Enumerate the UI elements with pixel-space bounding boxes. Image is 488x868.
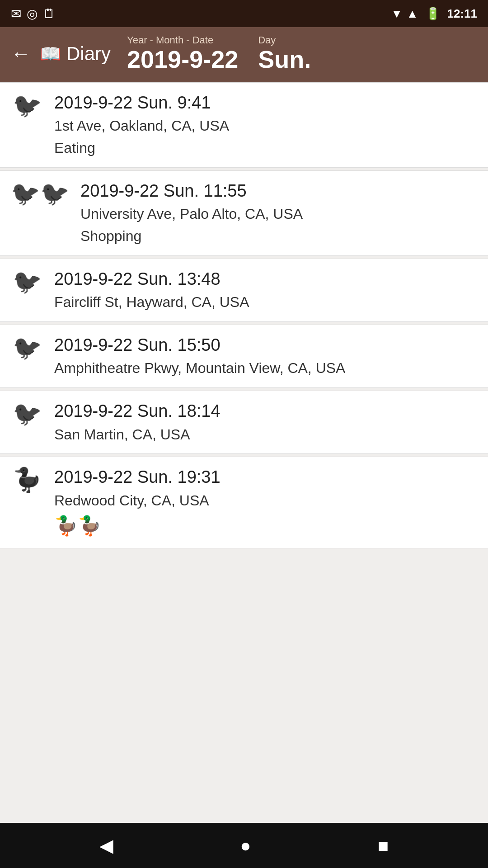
date-format-label: Year - Month - Date — [127, 34, 213, 46]
header-date-group: Year - Month - Date 2019-9-22 — [127, 34, 238, 73]
clipboard-icon: 🗒 — [43, 6, 56, 21]
app-header: ← 📖 Diary Year - Month - Date 2019-9-22 … — [0, 27, 488, 82]
back-button[interactable]: ← — [11, 42, 31, 65]
list-item[interactable]: 🐦2019-9-22 Sun. 15:50Amphitheatre Pkwy, … — [0, 325, 488, 388]
entry-content: 2019-9-22 Sun. 9:411st Ave, Oakland, CA,… — [54, 92, 229, 158]
entry-bird-icon: 🦆 — [11, 468, 43, 491]
entry-content: 2019-9-22 Sun. 19:31Redwood City, CA, US… — [54, 466, 221, 539]
header-title-group: 📖 Diary — [40, 43, 111, 65]
entry-datetime: 2019-9-22 Sun. 15:50 — [54, 334, 345, 356]
entry-content: 2019-9-22 Sun. 11:55University Ave, Palo… — [80, 180, 303, 246]
nav-bar: ◀ ● ■ — [0, 823, 488, 868]
entry-datetime: 2019-9-22 Sun. 19:31 — [54, 466, 221, 488]
entry-content: 2019-9-22 Sun. 13:48Faircliff St, Haywar… — [54, 268, 249, 312]
list-item[interactable]: 🐦2019-9-22 Sun. 18:14San Martin, CA, USA — [0, 391, 488, 454]
entry-location: University Ave, Palo Alto, CA, USA — [80, 204, 303, 224]
entry-datetime: 2019-9-22 Sun. 18:14 — [54, 400, 221, 422]
wifi-icon: ▾ — [394, 7, 399, 21]
status-icons: ✉ ◎ 🗒 — [11, 6, 56, 21]
time-display: 12:11 — [447, 7, 478, 21]
list-item[interactable]: 🐦🐦2019-9-22 Sun. 11:55University Ave, Pa… — [0, 170, 488, 256]
entry-datetime: 2019-9-22 Sun. 9:41 — [54, 92, 229, 114]
entry-activity: Eating — [54, 138, 229, 158]
entry-location: Redwood City, CA, USA — [54, 491, 221, 511]
entry-bird-icon: 🐦 — [11, 336, 43, 359]
mail-icon: ✉ — [11, 6, 21, 21]
entry-bird-icon: 🐦🐦 — [11, 182, 70, 205]
list-item[interactable]: 🐦2019-9-22 Sun. 13:48Faircliff St, Haywa… — [0, 259, 488, 322]
diary-icon: 📖 — [40, 44, 61, 64]
entry-content: 2019-9-22 Sun. 15:50Amphitheatre Pkwy, M… — [54, 334, 345, 378]
nav-recent-button[interactable]: ■ — [378, 835, 389, 856]
entry-location: Amphitheatre Pkwy, Mountain View, CA, US… — [54, 358, 345, 378]
entry-bird-icon: 🐦 — [11, 94, 43, 117]
entry-datetime: 2019-9-22 Sun. 13:48 — [54, 268, 249, 290]
nav-home-button[interactable]: ● — [240, 835, 251, 856]
entry-location: Faircliff St, Hayward, CA, USA — [54, 292, 249, 312]
entry-location: 1st Ave, Oakland, CA, USA — [54, 116, 229, 136]
entry-datetime: 2019-9-22 Sun. 11:55 — [80, 180, 303, 202]
entry-bird-icon: 🐦 — [11, 270, 43, 293]
signal-icon: ▲ — [407, 7, 418, 21]
entry-emoji: 🦆🦆 — [54, 513, 221, 539]
circle-icon: ◎ — [27, 6, 38, 21]
header-day-group: Day Sun. — [258, 34, 311, 73]
entry-content: 2019-9-22 Sun. 18:14San Martin, CA, USA — [54, 400, 221, 444]
day-label: Day — [258, 34, 276, 46]
status-right: ▾ ▲ 🔋 12:11 — [394, 7, 477, 21]
nav-back-button[interactable]: ◀ — [99, 835, 113, 856]
diary-label: Diary — [66, 43, 111, 65]
entry-bird-icon: 🐦 — [11, 402, 43, 425]
entry-location: San Martin, CA, USA — [54, 425, 221, 445]
list-item[interactable]: 🦆2019-9-22 Sun. 19:31Redwood City, CA, U… — [0, 457, 488, 548]
entries-list: 🐦2019-9-22 Sun. 9:411st Ave, Oakland, CA… — [0, 82, 488, 823]
entry-activity: Shopping — [80, 226, 303, 246]
date-value: 2019-9-22 — [127, 46, 238, 73]
status-bar: ✉ ◎ 🗒 ▾ ▲ 🔋 12:11 — [0, 0, 488, 27]
day-value: Sun. — [258, 46, 311, 73]
list-item[interactable]: 🐦2019-9-22 Sun. 9:411st Ave, Oakland, CA… — [0, 82, 488, 168]
battery-icon: 🔋 — [426, 7, 440, 21]
